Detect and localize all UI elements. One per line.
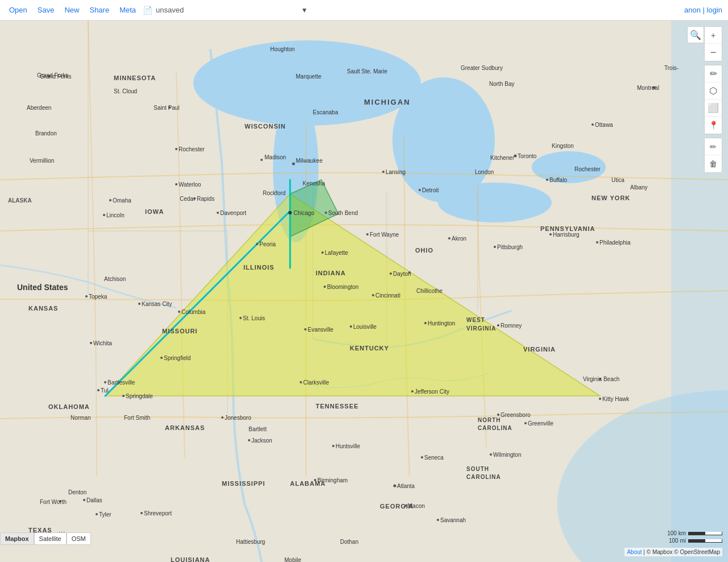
- state-label-minnesota: MINNESOTA: [114, 75, 156, 81]
- city-fortworth: Fort Worth: [40, 499, 67, 505]
- city-buffalo: Buffalo: [549, 177, 567, 183]
- meta-button[interactable]: Meta: [116, 3, 139, 16]
- edit-button[interactable]: ✏: [705, 138, 722, 155]
- city-tyler: Tyler: [99, 511, 111, 518]
- about-link[interactable]: About: [627, 549, 642, 555]
- svg-point-21: [321, 251, 324, 254]
- city-grandforks-label: Grand Forks: [37, 72, 69, 78]
- trash-button[interactable]: 🗑: [705, 155, 722, 172]
- svg-point-75: [178, 311, 180, 313]
- mapbox-layer-button[interactable]: Mapbox: [0, 532, 34, 545]
- city-dallas: Dallas: [86, 497, 102, 503]
- search-button[interactable]: 🔍: [687, 26, 704, 43]
- city-wilmington: Wilmington: [493, 452, 521, 458]
- city-pittsburgh: Pittsburgh: [497, 244, 523, 250]
- city-sudbury: Greater Sudbury: [461, 65, 503, 71]
- city-dothan: Dothan: [340, 539, 358, 545]
- satellite-layer-button[interactable]: Satellite: [34, 532, 67, 545]
- share-button[interactable]: Share: [86, 3, 113, 16]
- unsaved-label: unsaved: [156, 6, 184, 14]
- draw-controls: ✏ ⬡ ⬜ 📍: [704, 65, 722, 134]
- svg-point-53: [599, 398, 601, 400]
- state-label-wisconsin: WISCONSIN: [245, 123, 286, 130]
- draw-polygon-button[interactable]: ⬡: [705, 82, 722, 100]
- map-container[interactable]: MINNESOTA WISCONSIN MICHIGAN IOWA ILLINO…: [0, 20, 728, 562]
- svg-point-60: [437, 519, 439, 521]
- scale-mi-label: 100 mi: [669, 538, 686, 544]
- city-seneca: Seneca: [424, 454, 444, 461]
- city-macon: Macon: [408, 503, 425, 509]
- state-label-southcarolina: SOUTH: [466, 466, 489, 472]
- city-virginiabeach: Virginia Beach: [583, 376, 619, 382]
- osm-layer-button[interactable]: OSM: [67, 532, 91, 545]
- state-label-tennessee: TENNESSEE: [316, 403, 359, 410]
- city-peoria: Peoria: [259, 241, 276, 247]
- city-escanaba: Escanaba: [313, 109, 338, 115]
- state-label-kansas: KANSAS: [28, 305, 58, 312]
- marker-button[interactable]: 📍: [705, 117, 722, 134]
- draw-line-button[interactable]: ✏: [705, 65, 722, 82]
- city-philadelphia: Philadelphia: [599, 239, 631, 246]
- svg-point-23: [372, 294, 374, 296]
- open-button[interactable]: Open: [6, 3, 31, 16]
- svg-point-62: [421, 456, 423, 458]
- svg-point-28: [382, 171, 384, 173]
- city-aberdeen: Aberdeen: [27, 105, 51, 111]
- svg-point-38: [85, 295, 88, 297]
- search-box: 🔍: [687, 26, 704, 43]
- svg-point-27: [419, 189, 421, 191]
- city-dayton: Dayton: [393, 271, 411, 277]
- city-chillicothe: Chillicothe: [416, 288, 443, 294]
- auth-link[interactable]: anon | login: [684, 6, 722, 14]
- svg-point-18: [325, 212, 327, 214]
- svg-point-35: [160, 357, 163, 359]
- zoom-in-button[interactable]: +: [705, 27, 722, 44]
- city-lafayette: Lafayette: [325, 250, 349, 256]
- attribution: About | © Mapbox © OpenStreetMap: [624, 548, 722, 556]
- city-hattiesburg: Hattiesburg: [236, 539, 265, 545]
- new-button[interactable]: New: [61, 3, 82, 16]
- city-bartlett: Bartlett: [249, 426, 267, 432]
- file-icon: 📄: [143, 6, 152, 15]
- city-greenville: Greenville: [528, 420, 553, 427]
- city-fortwayne: Fort Wayne: [370, 232, 399, 238]
- scale-km-bar: [688, 532, 722, 535]
- svg-point-24: [324, 286, 326, 288]
- state-label-kentucky: KENTUCKY: [350, 345, 389, 352]
- state-label-westvirginia2: VIRGINIA: [466, 325, 496, 332]
- city-denton: Denton: [68, 489, 86, 495]
- city-bartlesville: Bartlesville: [107, 379, 135, 386]
- state-label-iowa: IOWA: [145, 208, 164, 215]
- city-rochester-ny: Rochester: [574, 166, 601, 172]
- zoom-out-button[interactable]: −: [705, 44, 722, 61]
- svg-point-48: [394, 485, 396, 487]
- svg-point-30: [239, 317, 242, 319]
- city-houghton: Houghton: [270, 46, 295, 52]
- state-label-mississippi: MISSISSIPPI: [222, 480, 265, 487]
- svg-point-20: [256, 243, 258, 245]
- svg-point-42: [122, 395, 125, 397]
- dropdown-arrow[interactable]: ▼: [301, 6, 308, 14]
- osm-attribution: © OpenStreetMap: [674, 549, 720, 555]
- city-utica: Utica: [611, 177, 624, 183]
- city-savannah: Savannah: [440, 517, 466, 523]
- city-ottawa: Ottawa: [595, 122, 613, 128]
- city-cincinnati: Cincinnati: [375, 292, 400, 299]
- state-label-oklahoma: OKLAHOMA: [48, 403, 90, 410]
- city-southbend: South Bend: [328, 210, 358, 216]
- city-jackson: Jackson: [251, 437, 272, 444]
- svg-point-63: [497, 324, 499, 327]
- city-kansascity: Kansas City: [142, 301, 172, 307]
- scale-km-label: 100 km: [667, 530, 686, 536]
- city-lincoln: Lincoln: [106, 212, 125, 218]
- city-kittyhawk: Kitty Hawk: [602, 396, 630, 402]
- svg-point-29: [494, 246, 496, 248]
- city-toronto: Toronto: [518, 153, 537, 159]
- city-springdale: Springdale: [126, 393, 153, 399]
- city-rochester: Rochester: [179, 146, 205, 152]
- city-marquette: Marquette: [296, 73, 321, 80]
- city-tulsa: Tul: [101, 387, 109, 394]
- save-button[interactable]: Save: [34, 3, 58, 16]
- draw-rect-button[interactable]: ⬜: [705, 100, 722, 117]
- city-huntington: Huntington: [428, 320, 455, 327]
